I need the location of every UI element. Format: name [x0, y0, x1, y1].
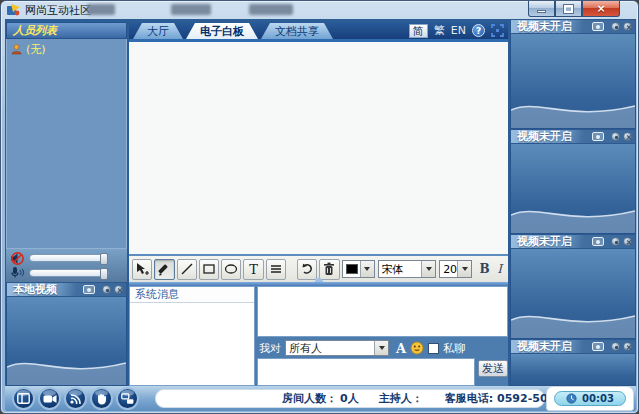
snapshot-camera-icon[interactable]	[592, 22, 604, 31]
lang-simplified-button[interactable]: 简	[409, 24, 428, 38]
rectangle-tool-button[interactable]	[199, 259, 219, 280]
video-close-button[interactable]	[623, 342, 632, 351]
snapshot-camera-icon[interactable]	[592, 132, 604, 141]
collapse-arrow-icon[interactable]	[314, 277, 324, 282]
speaker-volume-slider[interactable]	[29, 254, 109, 262]
clock-icon	[566, 393, 577, 404]
font-size-dropdown[interactable]: 20	[439, 260, 472, 278]
emoji-button[interactable]	[410, 341, 424, 355]
video-close-button[interactable]	[623, 22, 632, 31]
video-panel-3: 视频未开启	[510, 234, 636, 339]
app-window: 网尚互动社区 × 人员列表 (无)	[0, 0, 639, 414]
chat-controls: 我对 所有人 A 私聊	[257, 339, 508, 357]
microphone-icon[interactable]	[10, 266, 25, 279]
ellipse-icon	[224, 262, 238, 276]
speaker-volume-thumb[interactable]	[100, 253, 108, 265]
pause-icon	[615, 241, 618, 244]
undo-icon	[300, 262, 314, 276]
chat-message-area	[257, 286, 508, 337]
chat-section: 系统消息 我对 所有人 A 私聊 发送	[129, 286, 508, 386]
chat-font-button[interactable]: A	[396, 341, 406, 356]
video-display-area	[510, 144, 636, 234]
video-pause-button[interactable]	[611, 342, 620, 351]
font-family-dropdown[interactable]: 宋体	[378, 260, 437, 278]
maximize-button[interactable]	[555, 1, 582, 17]
private-chat-label: 私聊	[443, 341, 465, 356]
video-display-area	[510, 354, 636, 386]
app-logo-icon	[7, 4, 20, 16]
minimize-button[interactable]	[528, 1, 555, 17]
pause-icon	[106, 289, 109, 292]
help-button[interactable]: ?	[472, 24, 485, 37]
snapshot-camera-icon[interactable]	[592, 237, 604, 246]
pause-icon	[615, 346, 618, 349]
speaker-muted-icon[interactable]	[10, 252, 25, 265]
session-timer: 00:03	[554, 391, 626, 406]
video-panel-header: 视频未开启	[510, 19, 636, 34]
bold-button[interactable]: B	[479, 262, 490, 276]
mic-volume-slider[interactable]	[29, 269, 109, 277]
video-panel-4: 视频未开启	[510, 339, 636, 386]
snapshot-camera-icon[interactable]	[83, 285, 95, 294]
mic-volume-thumb[interactable]	[100, 268, 108, 280]
quick-action-buttons	[12, 387, 139, 410]
chat-to-label: 我对	[259, 341, 281, 356]
line-tool-button[interactable]	[177, 259, 197, 280]
lang-english-button[interactable]: EN	[451, 24, 466, 37]
trash-icon	[323, 262, 335, 276]
camera-button[interactable]	[38, 387, 61, 410]
local-video-header: 本地视频	[6, 282, 127, 297]
chevron-down-icon	[374, 341, 388, 355]
minimize-icon	[537, 10, 546, 13]
tab-doc-share[interactable]: 文档共享	[261, 23, 333, 39]
local-video-area	[6, 297, 127, 386]
video-panel-header: 视频未开启	[510, 339, 636, 354]
lines-tool-button[interactable]	[266, 259, 286, 280]
close-button[interactable]: ×	[582, 1, 620, 17]
tab-lobby[interactable]: 大厅	[133, 23, 183, 39]
video-close-button[interactable]	[623, 132, 632, 141]
color-picker-dropdown[interactable]	[342, 260, 375, 278]
pen-tool-button[interactable]	[154, 259, 174, 280]
font-family-value: 宋体	[379, 262, 404, 277]
network-share-button[interactable]	[116, 387, 139, 410]
select-arrow-icon	[135, 262, 149, 276]
video-pause-button[interactable]	[611, 22, 620, 31]
video-close-button[interactable]	[114, 285, 123, 294]
text-tool-icon: T	[249, 262, 258, 277]
fullscreen-icon[interactable]	[491, 24, 504, 37]
chat-input[interactable]	[257, 358, 475, 386]
snapshot-camera-icon[interactable]	[592, 342, 604, 351]
lang-traditional-button[interactable]: 繁	[434, 23, 445, 38]
screens-icon	[121, 393, 134, 405]
video-display-area	[510, 249, 636, 339]
broadcast-icon	[69, 393, 82, 405]
italic-button[interactable]: I	[494, 262, 505, 276]
video-status-text: 视频未开启	[517, 234, 592, 249]
recipient-value: 所有人	[286, 341, 322, 356]
layout-button[interactable]	[12, 387, 35, 410]
redacted-text	[249, 4, 293, 15]
send-button[interactable]: 发送	[478, 360, 508, 377]
ellipse-tool-button[interactable]	[221, 259, 241, 280]
private-chat-checkbox[interactable]	[428, 343, 439, 354]
video-pause-button[interactable]	[611, 237, 620, 246]
room-count-label: 房间人数：	[282, 391, 337, 406]
select-tool-button[interactable]	[132, 259, 152, 280]
video-pause-button[interactable]	[102, 285, 111, 294]
layout-icon	[17, 393, 30, 404]
raise-hand-button[interactable]	[90, 387, 113, 410]
recipient-dropdown[interactable]: 所有人	[285, 340, 389, 356]
video-close-button[interactable]	[623, 237, 632, 246]
video-display-area	[510, 34, 636, 129]
video-panel-header: 视频未开启	[510, 234, 636, 249]
video-pause-button[interactable]	[611, 132, 620, 141]
broadcast-button[interactable]	[64, 387, 87, 410]
tab-whiteboard[interactable]: 电子白板	[186, 23, 258, 39]
hand-icon	[96, 393, 107, 405]
whiteboard-canvas[interactable]	[129, 42, 508, 254]
multi-line-icon	[269, 262, 283, 276]
member-list[interactable]: (无)	[6, 39, 127, 249]
member-list-item[interactable]: (无)	[7, 39, 126, 60]
text-tool-button[interactable]: T	[243, 259, 263, 280]
